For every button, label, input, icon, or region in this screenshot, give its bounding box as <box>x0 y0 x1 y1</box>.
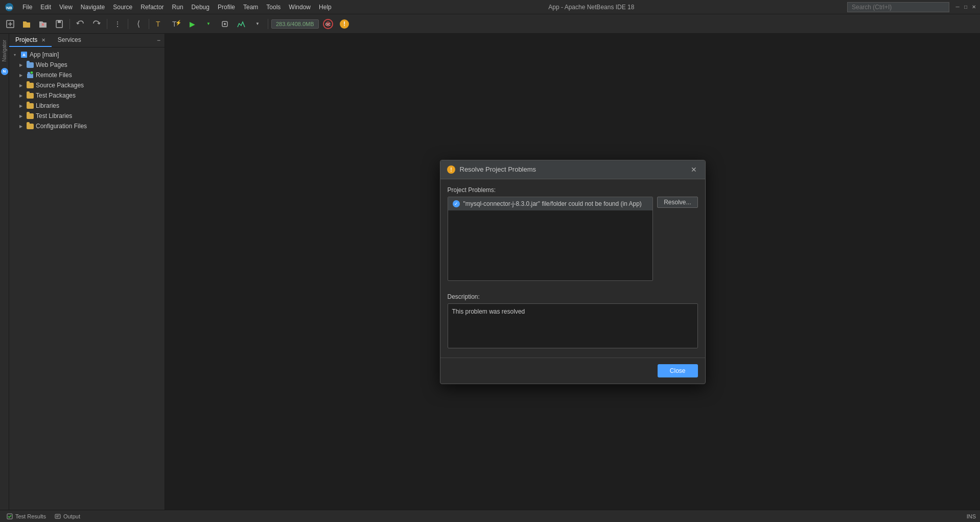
app-title: App - Apache NetBeans IDE 18 <box>336 4 847 11</box>
tab-services[interactable]: Services <box>52 34 87 47</box>
app-logo[interactable]: NB <box>2 0 16 14</box>
menu-edit[interactable]: Edit <box>36 3 55 12</box>
tree-arrow-root: ▾ <box>11 51 18 58</box>
run-dropdown-btn[interactable]: ▼ <box>201 17 216 31</box>
tree-item-source-packages[interactable]: ▶ Source Packages <box>9 80 165 90</box>
gc-btn[interactable]: GC <box>321 17 335 31</box>
menu-window[interactable]: Window <box>285 3 315 12</box>
close-dialog-button[interactable]: Close <box>658 364 698 377</box>
navigator-label[interactable]: Navigator <box>1 36 8 66</box>
menu-help[interactable]: Help <box>315 3 336 12</box>
menu-profile[interactable]: Profile <box>214 3 239 12</box>
menu-team[interactable]: Team <box>239 3 262 12</box>
output-item[interactable]: Output <box>52 513 82 520</box>
problem-text-0: "mysql-connector-j-8.3.0.jar" file/folde… <box>463 200 649 207</box>
source-packages-icon <box>26 81 34 89</box>
panel-minimize-btn[interactable]: − <box>153 37 165 44</box>
dialog-title-icon: ! <box>447 165 456 174</box>
statusbar: Test Results Output INS <box>0 510 980 522</box>
separator-1 <box>69 19 70 29</box>
tree-item-test-libraries[interactable]: ▶ Test Libraries <box>9 111 165 121</box>
undo-btn[interactable] <box>73 17 87 31</box>
tree-arrow-test-libs: ▶ <box>17 112 25 120</box>
menu-refactor[interactable]: Refactor <box>136 3 168 12</box>
tree-root-app[interactable]: ▾ A App [main] <box>9 50 165 60</box>
dialog-title: Resolve Project Problems <box>460 165 689 173</box>
more-btn[interactable]: ⋮ <box>110 17 125 31</box>
problem-row-0[interactable]: ✓ "mysql-connector-j-8.3.0.jar" file/fol… <box>448 197 653 210</box>
menu-view[interactable]: View <box>55 3 77 12</box>
menu-run[interactable]: Run <box>168 3 188 12</box>
close-button[interactable]: ✕ <box>970 3 978 11</box>
problem-list[interactable]: ✓ "mysql-connector-j-8.3.0.jar" file/fol… <box>448 197 654 281</box>
menu-debug[interactable]: Debug <box>188 3 214 12</box>
profile-btn[interactable] <box>234 17 248 31</box>
tree-arrow-source: ▶ <box>17 82 25 89</box>
minimize-button[interactable]: ─ <box>953 3 962 11</box>
dialog-close-btn[interactable]: ✕ <box>689 164 699 175</box>
navigator-icon[interactable]: N <box>1 68 8 75</box>
resolve-problems-dialog: ! Resolve Project Problems ✕ Project Pro… <box>440 160 706 384</box>
svg-point-13 <box>224 23 226 25</box>
build-btn[interactable]: T <box>152 17 167 31</box>
search-input[interactable] <box>847 2 949 12</box>
svg-text:NB: NB <box>6 6 12 10</box>
svg-point-22 <box>30 72 33 74</box>
test-libraries-icon <box>26 112 34 120</box>
tree-item-libraries[interactable]: ▶ Libraries <box>9 101 165 111</box>
description-text: This problem was resolved <box>452 308 525 315</box>
separator-4 <box>149 19 149 29</box>
menu-source[interactable]: Source <box>109 3 136 12</box>
tree-arrow-web: ▶ <box>17 61 25 68</box>
new-project-btn[interactable] <box>3 17 17 31</box>
clean-build-btn[interactable]: T⚡ <box>169 17 183 31</box>
main-layout: Navigator N Projects ✕ Services − ▾ <box>0 34 980 510</box>
tree-arrow-test: ▶ <box>17 92 25 99</box>
tree-arrow-libraries: ▶ <box>17 102 25 109</box>
svg-text:⚡: ⚡ <box>175 19 180 26</box>
svg-text:GC: GC <box>325 22 331 26</box>
description-section: Description: This problem was resolved <box>448 293 698 348</box>
output-icon <box>54 513 61 520</box>
memory-display[interactable]: 283.6/408.0MB <box>271 19 319 29</box>
tree-label-libraries: Libraries <box>36 102 59 109</box>
ins-indicator: INS <box>967 513 976 519</box>
menu-navigate[interactable]: Navigate <box>77 3 109 12</box>
tab-projects-close[interactable]: ✕ <box>41 37 45 43</box>
output-label: Output <box>63 513 80 519</box>
tree-label-remote-files: Remote Files <box>36 72 72 79</box>
run-btn[interactable]: ▶ <box>185 17 199 31</box>
test-results-label: Test Results <box>15 513 46 519</box>
tree-item-web-pages[interactable]: ▶ Web Pages <box>9 60 165 70</box>
debug-btn[interactable] <box>218 17 232 31</box>
problem-resolved-icon: ✓ <box>452 200 460 208</box>
description-box: This problem was resolved <box>448 303 698 348</box>
config-files-icon <box>26 122 34 130</box>
svg-rect-26 <box>55 514 60 518</box>
tab-projects[interactable]: Projects ✕ <box>9 34 52 47</box>
open-project-btn[interactable] <box>19 17 34 31</box>
tree-item-remote-files[interactable]: ▶ Remote Files <box>9 70 165 80</box>
separator-5 <box>268 19 268 29</box>
tree-item-test-packages[interactable]: ▶ Test Packages <box>9 90 165 101</box>
close-project-btn[interactable] <box>36 17 50 31</box>
profile-dropdown-btn[interactable]: ▼ <box>250 17 265 31</box>
tree-label-test-packages: Test Packages <box>36 92 76 99</box>
tree-label-web-pages: Web Pages <box>36 61 67 68</box>
resolve-button[interactable]: Resolve... <box>657 197 697 208</box>
redo-btn[interactable] <box>89 17 104 31</box>
back-btn[interactable]: ⟨ <box>131 17 146 31</box>
menu-tools[interactable]: Tools <box>262 3 285 12</box>
svg-rect-21 <box>28 72 30 74</box>
tree-item-config-files[interactable]: ▶ Configuration Files <box>9 121 165 131</box>
menu-file[interactable]: File <box>18 3 36 12</box>
notify-btn[interactable]: ! <box>337 17 352 31</box>
description-label: Description: <box>448 293 698 300</box>
libraries-icon <box>26 102 34 110</box>
maximize-button[interactable]: □ <box>962 3 970 11</box>
test-results-item[interactable]: Test Results <box>4 513 48 520</box>
tree-root-label: App [main] <box>30 51 59 58</box>
tree-label-config-files: Configuration Files <box>36 123 87 130</box>
dialog-titlebar: ! Resolve Project Problems ✕ <box>440 160 705 179</box>
save-btn[interactable] <box>52 17 66 31</box>
